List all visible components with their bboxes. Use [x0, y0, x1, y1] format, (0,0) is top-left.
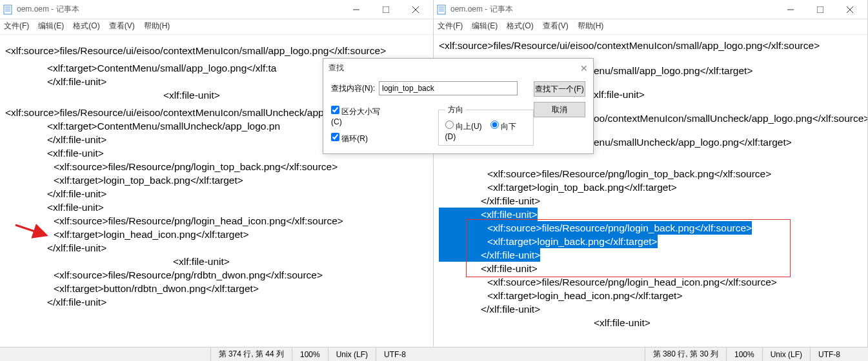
- titlebar[interactable]: oem.oem - 记事本: [434, 0, 867, 19]
- text-line: <xlf:target>login_head_icon.png</xlf:tar…: [5, 228, 432, 241]
- text-line: </xlf:file-unit>: [5, 295, 432, 309]
- text-line: <xlf:source>files/Resource/ui/eisoo/cont…: [5, 44, 432, 57]
- status-position: 第 380 行, 第 30 列: [645, 347, 726, 361]
- menu-help[interactable]: 帮助(H): [144, 21, 170, 32]
- direction-legend: 方向: [445, 104, 466, 115]
- annotation-arrow: [13, 222, 52, 240]
- menu-edit[interactable]: 编辑(E): [38, 21, 64, 32]
- window-controls: [341, 0, 430, 19]
- notepad-icon: [3, 5, 13, 15]
- direction-up-radio[interactable]: 向上(U): [445, 122, 482, 131]
- find-options: 区分大小写(C) 循环(R): [331, 106, 387, 144]
- status-position: 第 374 行, 第 44 列: [210, 347, 292, 361]
- close-button[interactable]: [835, 0, 865, 19]
- menu-view[interactable]: 查看(V): [109, 21, 135, 32]
- maximize-button[interactable]: [805, 0, 835, 19]
- text-line: <xlf:file-unit>: [439, 316, 866, 329]
- status-encoding: UTF-8: [376, 347, 434, 361]
- text-line: </xlf:file-unit>: [5, 241, 432, 255]
- svg-line-17: [15, 225, 46, 235]
- notepad-window-left: oem.oem - 记事本 文件(F) 编辑(E) 格式(O) 查看(V) 帮助…: [0, 0, 434, 361]
- notepad-window-right: oem.oem - 记事本 文件(F) 编辑(E) 格式(O) 查看(V) 帮助…: [434, 0, 868, 361]
- svg-rect-13: [817, 6, 823, 13]
- find-dialog-title-text: 查找: [328, 63, 344, 73]
- direction-group: 方向 向上(U) 向下(D): [438, 104, 534, 146]
- find-next-button[interactable]: 查找下一个(F): [534, 81, 585, 97]
- minimize-button[interactable]: [776, 0, 805, 19]
- menubar: 文件(F) 编辑(E) 格式(O) 查看(V) 帮助(H): [434, 19, 867, 35]
- menu-help[interactable]: 帮助(H): [578, 21, 604, 32]
- text-line: <xlf:file-unit>: [5, 200, 432, 214]
- annotation-box: [466, 219, 791, 277]
- find-content-label: 查找内容(N):: [331, 83, 375, 94]
- cancel-button[interactable]: 取消: [534, 102, 585, 117]
- svg-rect-0: [4, 5, 12, 14]
- window-controls: [776, 0, 865, 19]
- notepad-icon: [436, 5, 447, 15]
- text-line: <xlf:target>login_top_back.png</xlf:targ…: [439, 180, 866, 194]
- text-line: <xlf:source>files/Resource/png/rdbtn_dwo…: [5, 268, 432, 282]
- text-line: <xlf:source>files/Resource/png/login_hea…: [439, 275, 866, 289]
- menu-file[interactable]: 文件(F): [4, 21, 29, 32]
- status-eol: Unix (LF): [762, 347, 810, 361]
- wrap-checkbox[interactable]: 循环(R): [331, 133, 387, 144]
- window-title: oem.oem - 记事本: [17, 4, 341, 15]
- text-line: <xlf:target>login_top_back.png</xlf:targ…: [5, 173, 432, 187]
- statusbar-left: 第 374 行, 第 44 列 100% Unix (LF) UTF-8: [0, 347, 434, 361]
- text-line: </xlf:file-unit>: [439, 302, 866, 316]
- find-dialog-body: 查找内容(N): 区分大小写(C) 循环(R) 方向 向上(U) 向下(D): [323, 77, 593, 153]
- text-line: <xlf:source>files/Resource/png/login_hea…: [5, 214, 432, 228]
- status-encoding: UTF-8: [810, 347, 868, 361]
- titlebar[interactable]: oem.oem - 记事本: [0, 0, 433, 19]
- window-title: oem.oem - 记事本: [450, 4, 776, 15]
- text-line: <xlf:source>files/Resource/ui/eisoo/cont…: [439, 39, 866, 52]
- svg-rect-5: [383, 6, 389, 13]
- statusbar-right: 第 380 行, 第 30 列 100% Unix (LF) UTF-8: [434, 347, 868, 361]
- menu-view[interactable]: 查看(V): [543, 21, 569, 32]
- close-icon[interactable]: ✕: [580, 63, 588, 73]
- text-line: <xlf:source>files/Resource/png/login_top…: [5, 160, 432, 173]
- find-buttons: 查找下一个(F) 取消: [534, 81, 585, 117]
- text-line: <xlf:target>button/rdbtn_dwon.png</xlf:t…: [5, 282, 432, 295]
- status-eol: Unix (LF): [328, 347, 376, 361]
- menubar: 文件(F) 编辑(E) 格式(O) 查看(V) 帮助(H): [0, 19, 433, 35]
- find-dialog-title[interactable]: 查找 ✕: [323, 59, 593, 77]
- svg-rect-8: [438, 5, 445, 14]
- status-zoom: 100%: [292, 347, 328, 361]
- menu-file[interactable]: 文件(F): [438, 21, 463, 32]
- menu-format[interactable]: 格式(O): [507, 21, 533, 32]
- menu-edit[interactable]: 编辑(E): [472, 21, 498, 32]
- text-line: <xlf:file-unit>: [5, 255, 432, 268]
- status-zoom: 100%: [726, 347, 762, 361]
- maximize-button[interactable]: [371, 0, 401, 19]
- text-line: </xlf:file-unit>: [439, 194, 866, 208]
- text-line: </xlf:file-unit>: [5, 187, 432, 200]
- match-case-checkbox[interactable]: 区分大小写(C): [331, 106, 387, 126]
- text-line: <xlf:source>files/Resource/png/login_top…: [439, 167, 866, 180]
- minimize-button[interactable]: [341, 0, 371, 19]
- find-dialog[interactable]: 查找 ✕ 查找内容(N): 区分大小写(C) 循环(R) 方向 向上(U): [323, 58, 594, 154]
- text-line: <xlf:target>login_head_icon.png</xlf:tar…: [439, 289, 866, 302]
- close-button[interactable]: [401, 0, 430, 19]
- menu-format[interactable]: 格式(O): [73, 21, 99, 32]
- find-input[interactable]: [379, 81, 518, 95]
